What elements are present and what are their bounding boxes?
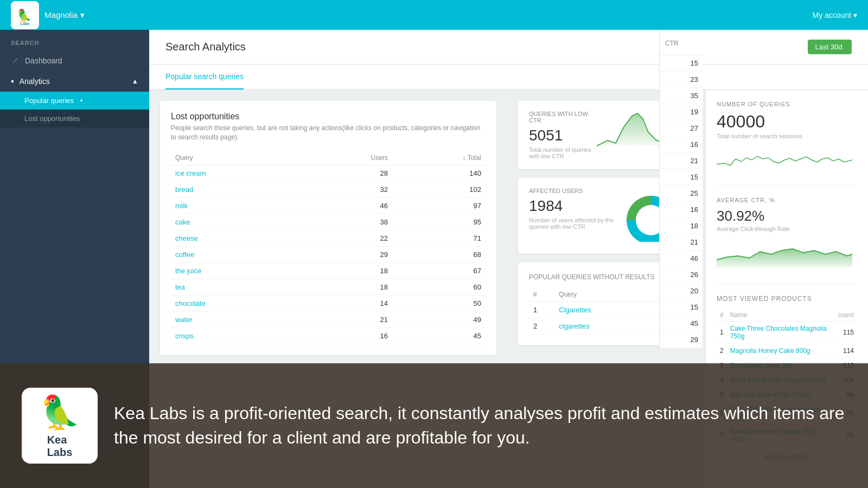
- total-cell: 97: [392, 197, 486, 214]
- divider-1: [717, 185, 857, 186]
- my-account-button[interactable]: My account ▾: [813, 11, 857, 20]
- mv-name-cell[interactable]: Magnolia Honey Cake 800g: [727, 344, 835, 358]
- svg-marker-4: [717, 249, 852, 268]
- query-cell[interactable]: cheese: [171, 230, 305, 246]
- magnolia-label: Magnolia: [44, 10, 78, 20]
- total-cell: 68: [392, 246, 486, 262]
- users-cell: 16: [305, 328, 392, 344]
- analytics-icon: ▪: [11, 76, 14, 86]
- num-queries-chart: [717, 148, 857, 175]
- low-ctr-desc: Total number of queries with low CTR: [529, 146, 597, 159]
- users-cell: 21: [305, 311, 392, 328]
- table-row: crisps 16 45: [171, 328, 486, 344]
- ctr-value-cell: 15: [660, 169, 703, 185]
- tab-popular-search-queries[interactable]: Popular search queries: [165, 65, 244, 89]
- ctr-value-cell: 45: [660, 316, 703, 332]
- ctr-value-cell: 46: [660, 251, 703, 267]
- low-ctr-value: 5051: [529, 127, 597, 144]
- pqr-col-query: Query: [554, 287, 637, 302]
- sidebar-item-label: Analytics: [20, 77, 50, 86]
- num-queries-value: 40000: [717, 112, 857, 132]
- ctr-value-cell: 27: [660, 120, 703, 137]
- query-cell[interactable]: tea: [171, 279, 305, 295]
- mv-col-name: Name: [727, 309, 835, 322]
- col-total: ↓ Total: [392, 151, 486, 165]
- table-row: coffee 29 68: [171, 246, 486, 262]
- affected-users-stats: AFFECTED USERS 1984 Number of users affe…: [529, 188, 618, 230]
- query-cell[interactable]: water: [171, 311, 305, 328]
- ctr-value-cell: 26: [660, 267, 703, 283]
- mv-count-cell: 115: [835, 322, 857, 344]
- avg-ctr-label: AVERAGE CTR, %: [717, 197, 857, 203]
- logo: 🦜 Labs: [11, 1, 39, 29]
- sidebar-item-popular-queries[interactable]: Popular queries: [0, 92, 149, 110]
- ctr-col-header: CTR: [660, 30, 703, 55]
- col-query: Query: [171, 151, 305, 165]
- ctr-value-cell: 15: [660, 299, 703, 316]
- svg-text:🦜: 🦜: [17, 8, 32, 23]
- users-cell: 18: [305, 279, 392, 295]
- promo-logo: 🦜 KeaLabs: [22, 388, 98, 464]
- sidebar-item-lost-opportunities[interactable]: Lost opportunities: [0, 110, 149, 127]
- svg-text:Labs: Labs: [21, 22, 29, 25]
- pqr-num-cell: 2: [529, 318, 554, 335]
- total-cell: 60: [392, 279, 486, 295]
- mv-name-cell[interactable]: Cake Three Chocolates Magnolia 750g: [727, 322, 835, 344]
- sidebar-item-analytics[interactable]: ▪ Analytics ▲: [0, 71, 149, 92]
- kea-logo-icon: 🦜 Labs: [14, 4, 36, 26]
- most-viewed-title: MOST VIEWED PRODUCTS: [717, 295, 857, 303]
- sidebar-item-dashboard[interactable]: ⟋ Dashboard: [0, 50, 149, 71]
- total-cell: 45: [392, 328, 486, 344]
- top-navbar: 🦜 Labs Magnolia ▾ My account ▾: [0, 0, 868, 30]
- mv-num-cell: 1: [717, 322, 727, 344]
- magnolia-dropdown[interactable]: Magnolia ▾: [44, 10, 85, 20]
- page-title: Search Analytics: [165, 41, 246, 53]
- users-cell: 22: [305, 230, 392, 246]
- queries-sparkline: [717, 148, 852, 172]
- total-cell: 67: [392, 262, 486, 279]
- ctr-column-panel: CTR 152335192716211525161821462620154529: [659, 30, 703, 348]
- query-cell[interactable]: ice cream: [171, 165, 305, 181]
- total-cell: 140: [392, 165, 486, 181]
- total-cell: 71: [392, 230, 486, 246]
- table-row: milk 46 97: [171, 197, 486, 214]
- ctr-value-cell: 16: [660, 137, 703, 153]
- ctr-value-cell: 20: [660, 283, 703, 299]
- ctr-value-cell: 25: [660, 185, 703, 202]
- col-users: Users: [305, 151, 392, 165]
- users-cell: 28: [305, 165, 392, 181]
- promo-parrot-icon: 🦜: [40, 393, 80, 432]
- table-row: water 21 49: [171, 311, 486, 328]
- query-cell[interactable]: chocolate: [171, 295, 305, 311]
- users-cell: 18: [305, 262, 392, 279]
- table-row: ice cream 28 140: [171, 165, 486, 181]
- sort-arrow-icon: ↓: [463, 154, 468, 162]
- sidebar-submenu-analytics: Popular queries Lost opportunities: [0, 92, 149, 127]
- pqr-query-cell[interactable]: cigarettes: [554, 318, 637, 335]
- query-cell[interactable]: bread: [171, 181, 305, 197]
- query-cell[interactable]: cake: [171, 214, 305, 230]
- users-cell: 14: [305, 295, 392, 311]
- avg-ctr-chart: [717, 241, 857, 273]
- table-row: the juice 18 67: [171, 262, 486, 279]
- table-row: bread 32 102: [171, 181, 486, 197]
- ctr-value-cell: 19: [660, 104, 703, 120]
- pqr-col-num: #: [529, 287, 554, 302]
- users-cell: 32: [305, 181, 392, 197]
- search-analytics-header: Search Analytics Last 30d.: [149, 30, 868, 65]
- date-filter-button[interactable]: Last 30d.: [808, 40, 852, 54]
- avg-ctr-desc: Average Click-through Rate: [717, 226, 857, 232]
- query-cell[interactable]: coffee: [171, 246, 305, 262]
- query-cell[interactable]: milk: [171, 197, 305, 214]
- mv-col-count: count: [835, 309, 857, 322]
- list-item: 2 Magnolia Honey Cake 800g 114: [717, 344, 857, 358]
- sidebar-section-search: SEARCH: [0, 30, 149, 50]
- chevron-down-icon: ▾: [853, 11, 857, 20]
- pqr-query-cell[interactable]: Cigarettes: [554, 302, 637, 318]
- ctr-value-cell: 35: [660, 88, 703, 104]
- ctr-value-cell: 18: [660, 218, 703, 234]
- tabs-bar: Popular search queries: [149, 65, 868, 90]
- query-cell[interactable]: crisps: [171, 328, 305, 344]
- query-cell[interactable]: the juice: [171, 262, 305, 279]
- total-cell: 49: [392, 311, 486, 328]
